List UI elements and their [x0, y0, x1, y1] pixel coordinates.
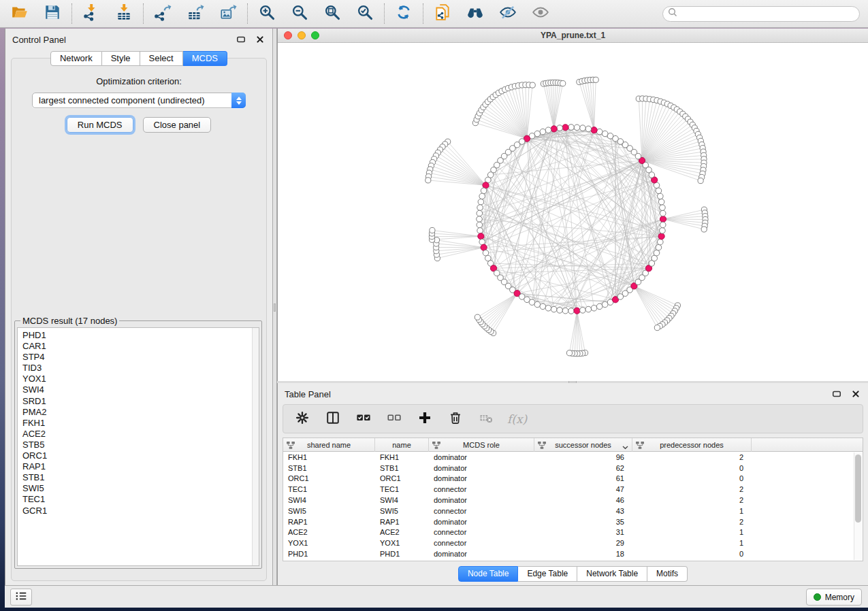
run-mcds-button[interactable]: Run MCDS — [67, 117, 133, 133]
table-row[interactable]: FKH1FKH1dominator962 — [283, 452, 863, 463]
cell-name[interactable]: TEC1 — [375, 485, 429, 493]
cell-predecessor-nodes[interactable]: 0 — [632, 474, 752, 482]
cell-MCDS-role[interactable]: dominator — [429, 464, 534, 472]
cell-shared-name[interactable]: SWI5 — [283, 507, 375, 515]
cell-successor-nodes[interactable]: 61 — [534, 474, 632, 482]
task-history-button[interactable] — [10, 589, 32, 606]
mcds-node-item[interactable]: FKH1 — [22, 418, 259, 429]
delete-column-button[interactable] — [446, 410, 465, 429]
tab-select[interactable]: Select — [140, 51, 183, 66]
cell-MCDS-role[interactable]: dominator — [429, 518, 534, 526]
zoom-out-button[interactable] — [288, 3, 311, 24]
deselect-all-button[interactable] — [385, 410, 404, 429]
mcds-node-item[interactable]: RAP1 — [22, 461, 259, 472]
mcds-node-item[interactable]: SWI4 — [22, 384, 259, 395]
cell-shared-name[interactable]: PHD1 — [283, 550, 375, 558]
search-box[interactable] — [662, 6, 860, 22]
zoom-selected-button[interactable] — [353, 3, 376, 24]
mcds-node-item[interactable]: TID3 — [22, 363, 259, 374]
float-panel-icon[interactable] — [236, 35, 246, 44]
close-panel-icon[interactable] — [850, 389, 861, 399]
cell-predecessor-nodes[interactable]: 2 — [632, 485, 752, 493]
table-row[interactable]: RAP1RAP1dominator352 — [283, 516, 863, 527]
mcds-node-item[interactable]: STB5 — [22, 440, 259, 450]
mcds-node-item[interactable]: YOX1 — [22, 374, 259, 384]
cell-MCDS-role[interactable]: dominator — [429, 474, 534, 482]
cell-shared-name[interactable]: RAP1 — [283, 518, 375, 526]
cell-predecessor-nodes[interactable]: 0 — [632, 550, 752, 558]
close-panel-button[interactable]: Close panel — [143, 117, 212, 133]
column-header-MCDS-role[interactable]: MCDS role — [429, 438, 534, 452]
column-header-predecessor-nodes[interactable]: predecessor nodes — [632, 438, 752, 452]
cell-successor-nodes[interactable]: 18 — [534, 550, 632, 558]
float-panel-icon[interactable] — [831, 389, 842, 399]
cell-predecessor-nodes[interactable]: 0 — [632, 464, 752, 472]
cell-name[interactable]: YOX1 — [375, 539, 429, 547]
mcds-node-item[interactable]: ACE2 — [22, 429, 259, 440]
cell-successor-nodes[interactable]: 43 — [534, 507, 632, 515]
select-all-button[interactable] — [354, 410, 373, 429]
table-row[interactable]: PHD1PHD1dominator180 — [283, 548, 863, 559]
hide-panels-button[interactable] — [496, 3, 519, 24]
columns-button[interactable] — [323, 410, 342, 429]
mcds-node-item[interactable]: TEC1 — [22, 494, 259, 505]
cell-MCDS-role[interactable]: connector — [429, 528, 534, 536]
cell-predecessor-nodes[interactable]: 1 — [632, 539, 752, 547]
import-table-button[interactable] — [112, 3, 135, 24]
criterion-select[interactable]: largest connected component (undirected) — [32, 93, 246, 108]
cell-shared-name[interactable]: FKH1 — [283, 453, 375, 461]
tab-mcds[interactable]: MCDS — [183, 51, 227, 66]
cell-name[interactable]: SWI5 — [375, 507, 429, 515]
export-image-button[interactable] — [216, 3, 240, 24]
table-scrollbar-thumb[interactable] — [855, 455, 861, 523]
cell-successor-nodes[interactable]: 62 — [534, 464, 632, 472]
cell-name[interactable]: ACE2 — [375, 528, 429, 536]
cell-predecessor-nodes[interactable]: 2 — [632, 518, 752, 526]
tab-node-table[interactable]: Node Table — [458, 566, 519, 582]
search-input[interactable] — [681, 9, 854, 18]
cell-MCDS-role[interactable]: dominator — [429, 453, 534, 461]
network-window-titlebar[interactable]: YPA_prune.txt_1 — [278, 29, 868, 43]
mcds-list-scrollbar[interactable] — [252, 328, 259, 565]
table-row[interactable]: YOX1YOX1connector291 — [283, 538, 863, 548]
cell-shared-name[interactable]: SWI4 — [283, 496, 375, 504]
mcds-node-item[interactable]: STB1 — [22, 472, 259, 483]
close-panel-icon[interactable] — [255, 35, 266, 44]
cell-name[interactable]: STB1 — [375, 464, 429, 472]
cell-shared-name[interactable]: STB1 — [283, 464, 375, 472]
cell-name[interactable]: ORC1 — [375, 474, 429, 482]
cell-MCDS-role[interactable]: connector — [429, 539, 534, 547]
cell-MCDS-role[interactable]: connector — [429, 507, 534, 515]
mcds-node-item[interactable]: ORC1 — [22, 450, 259, 461]
cell-name[interactable]: RAP1 — [375, 518, 429, 526]
tab-style[interactable]: Style — [102, 51, 140, 66]
mcds-node-item[interactable]: PHD1 — [22, 330, 259, 341]
export-network-button[interactable] — [151, 3, 174, 24]
tab-edge-table[interactable]: Edge Table — [518, 566, 577, 582]
search-network-button[interactable] — [464, 3, 487, 24]
mcds-node-item[interactable]: SRD1 — [22, 396, 259, 407]
close-window-icon[interactable] — [284, 31, 292, 39]
cell-shared-name[interactable]: TEC1 — [283, 485, 375, 493]
table-row[interactable]: SWI4SWI4dominator462 — [283, 495, 863, 506]
table-row[interactable]: STB1STB1dominator620 — [283, 463, 863, 474]
open-button[interactable] — [8, 3, 31, 24]
cell-successor-nodes[interactable]: 46 — [534, 496, 632, 504]
cell-predecessor-nodes[interactable]: 1 — [632, 507, 752, 515]
cell-name[interactable]: SWI4 — [375, 496, 429, 504]
cell-name[interactable]: PHD1 — [375, 550, 429, 558]
cell-successor-nodes[interactable]: 35 — [534, 518, 632, 526]
memory-button[interactable]: Memory — [806, 589, 862, 606]
tab-network[interactable]: Network — [50, 51, 102, 66]
export-table-button[interactable] — [184, 3, 207, 24]
mcds-node-item[interactable]: PMA2 — [22, 407, 259, 418]
table-row[interactable]: ACE2ACE2connector311 — [283, 527, 863, 538]
cell-predecessor-nodes[interactable]: 1 — [632, 528, 752, 536]
tab-network-table[interactable]: Network Table — [577, 566, 647, 582]
network-canvas[interactable] — [278, 44, 868, 381]
cell-predecessor-nodes[interactable]: 2 — [632, 496, 752, 504]
zoom-window-icon[interactable] — [311, 31, 319, 39]
share-document-button[interactable] — [431, 3, 454, 24]
cell-MCDS-role[interactable]: connector — [429, 485, 534, 493]
save-button[interactable] — [41, 3, 64, 24]
